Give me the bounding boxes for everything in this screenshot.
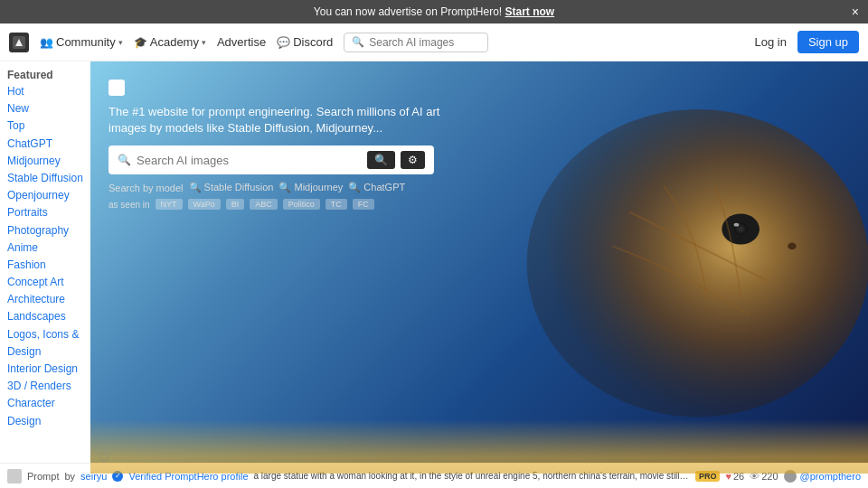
community-label: Community: [56, 35, 116, 49]
sidebar-item-chatgpt[interactable]: ChatGPT: [7, 136, 90, 153]
banner-cta[interactable]: Start now: [505, 5, 555, 18]
news-logo-fastcompany: FC: [353, 199, 374, 210]
sidebar-item-architecture[interactable]: Architecture: [7, 291, 90, 308]
news-logo-abc: ABC: [250, 199, 278, 210]
as-seen-in-label: as seen in: [108, 200, 150, 210]
sidebar-links-group: Hot New Top ChatGPT Midjourney Stable Di…: [7, 83, 90, 430]
chevron-down-icon: ▾: [118, 38, 123, 47]
sidebar-item-3d-renders[interactable]: 3D / Renders: [7, 378, 90, 395]
banner-text: You can now advertise on PromptHero!: [314, 5, 502, 18]
hero-tagline: The #1 website for prompt engineering. S…: [108, 104, 452, 136]
sidebar-item-fashion[interactable]: Fashion: [7, 257, 90, 274]
academy-menu[interactable]: 🎓 Academy ▾: [134, 35, 206, 49]
hero-logo: [108, 80, 125, 96]
discord-icon: 💬: [277, 36, 290, 49]
news-logo-politico: Politico: [283, 199, 320, 210]
hero-search-button[interactable]: 🔍: [367, 151, 395, 169]
news-logo-techcrunch: TC: [326, 199, 347, 210]
sidebar-item-interior-design[interactable]: Interior Design: [7, 361, 90, 378]
hero-like-button[interactable]: ♡: [98, 449, 110, 466]
prompt-by-text: by: [64, 471, 75, 482]
chevron-down-icon-2: ▾: [202, 38, 206, 47]
as-seen-in-bar: as seen in NYT WaPo BI ABC Politico TC F…: [108, 199, 850, 210]
model-link-stable-diffusion[interactable]: 🔍 Stable Diffusion: [189, 182, 274, 193]
sidebar-item-portraits[interactable]: Portraits: [7, 204, 90, 221]
close-icon[interactable]: ×: [852, 5, 859, 19]
news-logo-nyt: NYT: [156, 199, 183, 210]
site-logo[interactable]: [9, 33, 29, 52]
sidebar-featured-heading: Featured: [7, 69, 90, 81]
search-icon-hero: 🔍: [118, 154, 131, 166]
community-icon: 👥: [40, 36, 53, 49]
prompt-label: Prompt: [27, 471, 59, 482]
sidebar-item-logos-icons[interactable]: Logos, Icons & Design: [7, 326, 90, 361]
search-icon: 🔍: [352, 36, 364, 48]
signup-button[interactable]: Sign up: [797, 31, 859, 53]
main-layout: Featured Hot New Top ChatGPT Midjourney …: [0, 61, 868, 474]
model-link-chatgpt[interactable]: 🔍 ChatGPT: [348, 182, 405, 193]
nav-search-input[interactable]: [369, 36, 480, 49]
hero-search-bar[interactable]: 🔍 🔍 ⚙: [108, 145, 434, 174]
advertise-label: Advertise: [217, 35, 266, 49]
discord-label: Discord: [293, 35, 333, 49]
prompt-thumbnail: [7, 469, 22, 483]
sidebar-item-openjourney[interactable]: Openjourney: [7, 187, 90, 204]
sidebar-item-stable-diffusion[interactable]: Stable Diffusion: [7, 170, 90, 187]
sidebar-item-photography[interactable]: Photography: [7, 222, 90, 239]
discord-link[interactable]: 💬 Discord: [277, 35, 333, 49]
sidebar-item-top[interactable]: Top: [7, 117, 90, 135]
hero-area: The #1 website for prompt engineering. S…: [90, 61, 868, 474]
top-banner: You can now advertise on PromptHero! Sta…: [0, 0, 868, 23]
login-button[interactable]: Log in: [754, 35, 786, 49]
academy-icon: 🎓: [134, 36, 147, 49]
news-logo-bi: BI: [226, 199, 245, 210]
sidebar: Featured Hot New Top ChatGPT Midjourney …: [0, 61, 90, 474]
sidebar-item-character-design[interactable]: Character Design: [7, 395, 90, 429]
hero-content: The #1 website for prompt engineering. S…: [90, 61, 868, 210]
sidebar-item-hot[interactable]: Hot: [7, 83, 90, 100]
sidebar-item-anime[interactable]: Anime: [7, 239, 90, 257]
hero-filter-button[interactable]: ⚙: [401, 151, 425, 169]
model-link-midjourney[interactable]: 🔍 Midjourney: [278, 182, 343, 193]
sidebar-item-midjourney[interactable]: Midjourney: [7, 153, 90, 170]
news-logo-wapo: WaPo: [188, 199, 221, 210]
academy-label: Academy: [150, 35, 199, 49]
search-by-model-bar: Search by model 🔍 Stable Diffusion 🔍 Mid…: [108, 182, 850, 193]
svg-point-6: [788, 243, 796, 250]
sidebar-item-new[interactable]: New: [7, 100, 90, 117]
nav-search-box[interactable]: 🔍: [344, 33, 488, 52]
community-menu[interactable]: 👥 Community ▾: [40, 35, 123, 49]
advertise-link[interactable]: Advertise: [217, 35, 266, 49]
navbar: 👥 Community ▾ 🎓 Academy ▾ Advertise 💬 Di…: [0, 23, 868, 61]
svg-point-5: [734, 223, 740, 227]
search-by-model-label: Search by model: [108, 183, 184, 193]
hero-search-input[interactable]: [137, 154, 362, 167]
sidebar-item-concept-art[interactable]: Concept Art: [7, 274, 90, 291]
sidebar-item-landscapes[interactable]: Landscapes: [7, 308, 90, 325]
